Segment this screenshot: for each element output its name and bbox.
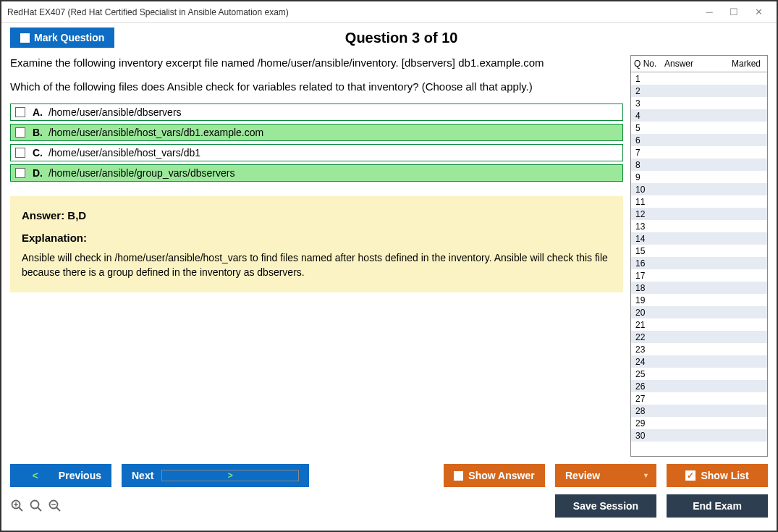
- answer-head: Answer: B,D: [22, 209, 612, 221]
- row-number: 27: [631, 394, 661, 404]
- header-qno: Q No.: [631, 56, 661, 72]
- option-label: A. /home/user/ansible/dbservers: [33, 106, 182, 118]
- option-C[interactable]: C. /home/user/ansible/host_vars/db1: [10, 144, 623, 161]
- show-answer-button[interactable]: Show Answer: [444, 464, 545, 487]
- svg-line-1: [19, 507, 22, 511]
- list-row[interactable]: 13: [631, 220, 767, 232]
- list-row[interactable]: 19: [631, 294, 767, 306]
- list-row[interactable]: 14: [631, 232, 767, 245]
- previous-label: Previous: [59, 470, 101, 481]
- list-row[interactable]: 17: [631, 269, 767, 282]
- row-number: 11: [631, 197, 661, 207]
- content-row: Examine the following inventory excerpt …: [10, 55, 768, 457]
- list-row[interactable]: 27: [631, 392, 767, 405]
- list-row[interactable]: 16: [631, 257, 767, 269]
- row-number: 8: [631, 160, 661, 170]
- show-list-button[interactable]: ✓ Show List: [667, 464, 768, 487]
- list-row[interactable]: 25: [631, 368, 767, 380]
- list-row[interactable]: 29: [631, 417, 767, 429]
- list-row[interactable]: 20: [631, 306, 767, 318]
- explanation-text: Ansible will check in /home/user/ansible…: [22, 251, 612, 279]
- zoom-in-icon[interactable]: [29, 494, 43, 518]
- list-row[interactable]: 8: [631, 159, 767, 171]
- list-row[interactable]: 9: [631, 171, 767, 183]
- list-row[interactable]: 3: [631, 97, 767, 109]
- list-row[interactable]: 4: [631, 109, 767, 122]
- checkbox-icon: [15, 127, 25, 138]
- next-button[interactable]: Next >: [122, 464, 309, 487]
- row-number: 13: [631, 221, 661, 232]
- row-number: 21: [631, 320, 661, 330]
- option-label: B. /home/user/ansible/host_vars/db1.exam…: [33, 127, 263, 138]
- row-number: 3: [631, 98, 661, 109]
- header-marked: Marked: [725, 56, 767, 72]
- mark-label: Mark Question: [34, 32, 104, 43]
- header-row: Mark Question Question 3 of 10: [10, 28, 768, 48]
- explanation-head: Explanation:: [22, 232, 612, 244]
- svg-line-5: [38, 507, 41, 511]
- row-number: 25: [631, 369, 661, 379]
- footer: < Previous Next > Show Answer Review ▼: [10, 464, 768, 525]
- minimize-button[interactable]: ─: [697, 4, 722, 20]
- save-session-button[interactable]: Save Session: [555, 494, 656, 518]
- list-row[interactable]: 1: [631, 72, 767, 85]
- zoom-reset-icon[interactable]: [10, 494, 25, 518]
- row-number: 23: [631, 345, 661, 355]
- row-number: 17: [631, 271, 661, 281]
- button-row-2: Save Session End Exam: [10, 494, 768, 518]
- zoom-out-icon[interactable]: [48, 494, 62, 518]
- question-counter: Question 3 of 10: [114, 30, 768, 46]
- button-row-1: < Previous Next > Show Answer Review ▼: [10, 464, 768, 487]
- list-row[interactable]: 18: [631, 282, 767, 294]
- list-row[interactable]: 21: [631, 318, 767, 331]
- chevron-left-icon: <: [20, 470, 51, 481]
- row-number: 26: [631, 381, 661, 392]
- list-row[interactable]: 10: [631, 183, 767, 195]
- list-row[interactable]: 7: [631, 146, 767, 159]
- list-row[interactable]: 5: [631, 122, 767, 134]
- list-row[interactable]: 26: [631, 380, 767, 392]
- question-panel: Examine the following inventory excerpt …: [10, 55, 623, 457]
- mark-question-button[interactable]: Mark Question: [10, 28, 114, 48]
- row-number: 15: [631, 246, 661, 256]
- window-title: RedHat EX407 (Red Hat Certified Speciali…: [7, 7, 697, 17]
- list-row[interactable]: 12: [631, 208, 767, 220]
- show-list-label: Show List: [701, 470, 748, 481]
- list-row[interactable]: 22: [631, 331, 767, 343]
- list-row[interactable]: 15: [631, 245, 767, 257]
- chevron-right-icon: >: [161, 470, 299, 481]
- row-number: 18: [631, 283, 661, 293]
- option-A[interactable]: A. /home/user/ansible/dbservers: [10, 104, 623, 121]
- list-row[interactable]: 6: [631, 134, 767, 146]
- review-button[interactable]: Review ▼: [555, 464, 656, 487]
- list-row[interactable]: 24: [631, 355, 767, 368]
- row-number: 7: [631, 148, 661, 158]
- list-row[interactable]: 30: [631, 429, 767, 442]
- end-exam-button[interactable]: End Exam: [667, 494, 768, 518]
- row-number: 22: [631, 332, 661, 342]
- list-row[interactable]: 11: [631, 195, 767, 208]
- maximize-button[interactable]: ☐: [722, 4, 746, 20]
- row-number: 19: [631, 295, 661, 305]
- row-number: 9: [631, 172, 661, 182]
- question-line2: Which of the following files does Ansibl…: [10, 79, 623, 96]
- list-row[interactable]: 23: [631, 343, 767, 355]
- option-D[interactable]: D. /home/user/ansible/group_vars/dbserve…: [10, 164, 623, 182]
- options-list: A. /home/user/ansible/dbserversB. /home/…: [10, 104, 623, 182]
- list-header: Q No. Answer Marked: [631, 56, 767, 72]
- list-row[interactable]: 28: [631, 405, 767, 417]
- list-body[interactable]: 1234567891011121314151617181920212223242…: [631, 72, 767, 456]
- previous-button[interactable]: < Previous: [10, 464, 111, 487]
- option-label: C. /home/user/ansible/host_vars/db1: [33, 147, 200, 159]
- checkbox-icon: [15, 107, 25, 117]
- row-number: 28: [631, 406, 661, 416]
- checkbox-icon: [454, 471, 463, 481]
- header-answer: Answer: [661, 56, 725, 72]
- row-number: 5: [631, 123, 661, 133]
- row-number: 16: [631, 258, 661, 269]
- svg-line-7: [56, 507, 60, 511]
- close-button[interactable]: ✕: [746, 4, 771, 20]
- option-B[interactable]: B. /home/user/ansible/host_vars/db1.exam…: [10, 124, 623, 141]
- answer-box: Answer: B,D Explanation: Ansible will ch…: [10, 196, 623, 292]
- list-row[interactable]: 2: [631, 85, 767, 97]
